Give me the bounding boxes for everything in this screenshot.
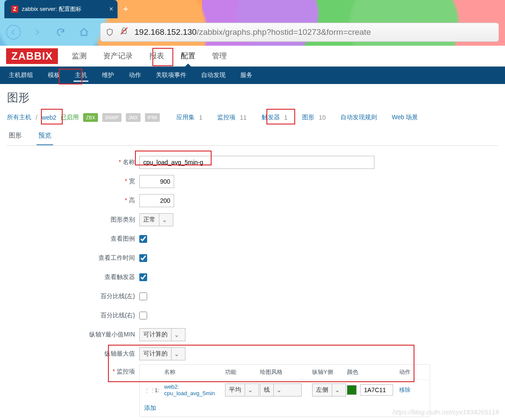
chk-worktime[interactable] (139, 254, 147, 262)
lbl-height: 高 (129, 197, 135, 204)
nav-admin[interactable]: 管理 (209, 46, 229, 66)
link-discovery[interactable]: 自动发现规则 (340, 114, 377, 121)
item-link[interactable]: web2:cpu_load_avg_5min (164, 383, 215, 396)
th-fn: 功能 (225, 368, 260, 376)
link-web[interactable]: Web 场景 (392, 114, 418, 121)
sub-hostgroups[interactable]: 主机群组 (6, 67, 36, 84)
chevron-down-icon: ⌄ (245, 384, 255, 396)
sub-templates[interactable]: 模板 (45, 67, 63, 84)
crumb-sep: / (36, 114, 37, 121)
sub-hosts[interactable]: 主机 (72, 67, 90, 84)
chevron-down-icon: ⌄ (332, 384, 342, 396)
input-name[interactable] (139, 156, 374, 169)
items-table: 名称 功能 绘图风格 纵轴Y侧 颜色 动作 ⋮⋮ 1: web2:cpu_loa… (139, 364, 430, 417)
sub-maintenance[interactable]: 维护 (99, 67, 117, 84)
reload-button[interactable] (53, 25, 68, 40)
th-act: 动作 (399, 368, 425, 376)
sub-actions[interactable]: 动作 (126, 67, 144, 84)
forward-button[interactable] (30, 25, 44, 40)
crumb-host[interactable]: web2 (42, 114, 56, 121)
link-items[interactable]: 监控项 (217, 114, 236, 121)
browser-tab[interactable]: Z zabbix server: 配置图标 × (4, 0, 118, 18)
lbl-pct-right: 百分比线(右) (7, 312, 139, 319)
row-num: 1: (155, 387, 164, 393)
th-style: 绘图风格 (260, 368, 312, 376)
lbl-type: 图形类别 (7, 216, 139, 224)
add-item-link[interactable]: 添加 (144, 404, 156, 411)
remove-link[interactable]: 移除 (399, 386, 411, 393)
zabbix-logo: ZABBIX (6, 48, 58, 64)
th-color: 颜色 (347, 368, 399, 376)
chevron-down-icon: ⌄ (273, 384, 284, 396)
link-triggers[interactable]: 触发器 (262, 114, 280, 121)
color-swatch[interactable] (347, 385, 357, 395)
lbl-ymin: 纵轴Y最小值MIN (7, 331, 139, 339)
badge-jmx: JMX (126, 113, 141, 122)
nav-reports[interactable]: 报表 (147, 46, 167, 66)
select-type[interactable]: 正常⌄ (139, 213, 173, 226)
nav-config[interactable]: 配置 (178, 46, 198, 66)
chk-legend[interactable] (139, 235, 147, 243)
back-button[interactable] (6, 25, 21, 40)
chevron-down-icon: ⌄ (171, 348, 182, 360)
lbl-name: 名称 (123, 158, 135, 165)
chevron-down-icon: ⌄ (159, 214, 169, 226)
tab-preview[interactable]: 预览 (37, 127, 53, 145)
th-side: 纵轴Y侧 (312, 368, 347, 376)
select-side[interactable]: 左侧⌄ (312, 383, 346, 396)
lbl-items: 监控项 (117, 368, 135, 375)
favicon: Z (11, 6, 18, 13)
lbl-ymax: 纵轴最大值 (7, 350, 139, 358)
sub-correlation[interactable]: 关联项事件 (153, 67, 189, 84)
badge-ipmi: IPMI (145, 113, 160, 122)
chk-trigger[interactable] (139, 273, 147, 281)
nav-inventory[interactable]: 资产记录 (101, 46, 135, 66)
lbl-trigger: 查看触发器 (7, 273, 139, 281)
lbl-pct-left: 百分比线(左) (7, 292, 139, 300)
status-enabled: 已启用 (61, 114, 79, 121)
insecure-icon (120, 27, 128, 37)
tab-graph[interactable]: 图形 (7, 127, 24, 145)
shield-icon (106, 28, 114, 37)
lbl-width: 宽 (129, 178, 135, 185)
close-tab-icon[interactable]: × (109, 5, 113, 13)
drag-handle-icon[interactable]: ⋮⋮ (144, 387, 155, 393)
select-fn[interactable]: 平均⌄ (225, 383, 259, 396)
sub-discovery[interactable]: 自动发现 (199, 67, 228, 84)
home-button[interactable] (77, 25, 91, 40)
nav-monitor[interactable]: 监测 (69, 46, 89, 66)
link-graphs[interactable]: 图形 (302, 114, 314, 121)
watermark: https://blog.csdn.net/cyx1834265118 (393, 408, 499, 416)
sub-services[interactable]: 服务 (238, 67, 255, 84)
badge-snmp: SNMP (102, 113, 121, 122)
chk-pct-left[interactable] (139, 292, 147, 300)
input-height[interactable] (139, 194, 174, 207)
badge-zbx: ZBX (83, 113, 98, 122)
table-row: ⋮⋮ 1: web2:cpu_load_avg_5min 平均⌄ 线⌄ 左侧⌄ … (140, 380, 430, 400)
lbl-worktime: 查看工作时间 (7, 254, 139, 262)
page-title: 图形 (7, 90, 498, 105)
lbl-legend: 查看图例 (7, 235, 139, 243)
select-ymax[interactable]: 可计算的⌄ (139, 347, 185, 360)
link-apps[interactable]: 应用集 (176, 114, 195, 121)
chevron-down-icon: ⌄ (171, 329, 182, 341)
input-color[interactable] (360, 384, 393, 396)
chk-pct-right[interactable] (139, 312, 147, 319)
select-ymin[interactable]: 可计算的⌄ (139, 328, 185, 341)
new-tab-button[interactable]: + (118, 0, 134, 18)
url-text: 192.168.152.130/zabbix/graphs.php?hostid… (135, 27, 371, 37)
crumb-all-hosts[interactable]: 所有主机 (7, 114, 31, 121)
select-style[interactable]: 线⌄ (260, 383, 302, 396)
tab-title: zabbix server: 配置图标 (22, 5, 81, 13)
th-name: 名称 (164, 368, 225, 376)
url-bar[interactable]: 192.168.152.130/zabbix/graphs.php?hostid… (100, 23, 499, 42)
input-width[interactable] (139, 175, 174, 188)
